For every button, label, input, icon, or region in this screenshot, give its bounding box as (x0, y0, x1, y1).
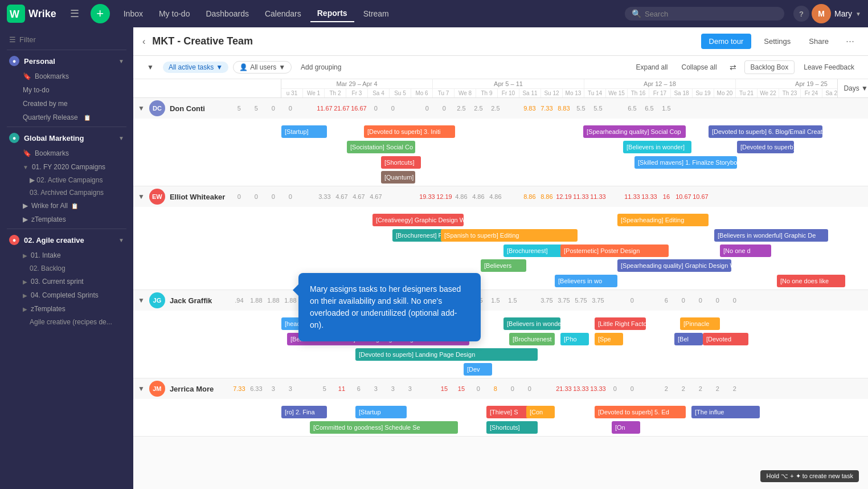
filter-button[interactable]: ▼ (142, 61, 158, 74)
task-bar[interactable]: [Pho (560, 333, 589, 345)
sidebar-item-ztemplates1[interactable]: ▶ zTemplates (0, 213, 133, 226)
task-bar[interactable]: [Con (526, 406, 555, 418)
filter-row[interactable]: ☰ Filter (0, 32, 133, 47)
task-bar[interactable]: [Spanish to superb] Editing (441, 229, 578, 242)
task-bar[interactable]: [Pinnacle (680, 317, 720, 330)
settings-button[interactable]: Settings (758, 34, 796, 49)
sidebar-item-bookmarks2[interactable]: 🔖 Bookmarks (0, 146, 133, 160)
sidebar-item-bookmarks1[interactable]: 🔖 Bookmarks (0, 70, 133, 83)
task-bar[interactable]: [Startup (355, 406, 407, 418)
task-bar[interactable]: [Shortcuts] (486, 421, 538, 434)
task-bar[interactable]: [Believers in wo (555, 275, 617, 287)
help-button[interactable]: ? (793, 6, 809, 22)
collapse-person-button[interactable]: ▼ (138, 193, 145, 201)
sidebar-item-backlog[interactable]: 02. Backlog (0, 262, 133, 275)
task-bar[interactable]: [Shortcuts] (381, 156, 421, 169)
task-bar[interactable]: [Devoted to superb] Landing Page Design (355, 348, 538, 361)
sidebar-item-ztemplates2[interactable]: ▶ zTemplates (0, 302, 133, 316)
sidebar-item-agile-creative[interactable]: ● 02. Agile creative ▼ (0, 231, 133, 248)
task-bar[interactable]: [Creativeegy] Graphic Design Work (372, 214, 464, 226)
hamburger-button[interactable]: ☰ (65, 5, 84, 22)
day-cell: We 15 (606, 89, 628, 97)
sidebar-item-quarterly-release[interactable]: Quarterly Release 📋 (0, 111, 133, 124)
task-bar[interactable]: [Brochurenest] (503, 244, 566, 257)
task-bar[interactable]: [Devoted (703, 333, 748, 345)
collapse-person-button[interactable]: ▼ (138, 296, 145, 304)
person-number: 10.67 (693, 193, 709, 200)
day-cell: We 1 (303, 89, 325, 97)
sidebar-item-intake[interactable]: ▶ 01. Intake (0, 248, 133, 262)
sidebar-item-mytodo[interactable]: My to-do (0, 83, 133, 97)
active-tasks-filter[interactable]: All active tasks ▼ (163, 62, 228, 73)
task-bar[interactable]: [Believers in wonder] (623, 141, 691, 153)
task-bar[interactable]: [Bel (674, 333, 703, 345)
more-button[interactable]: ··· (841, 33, 859, 50)
person-section: ▼EWElliot Whiteaker00003.334.674.674.671… (133, 186, 868, 290)
sidebar-item-active-campaigns[interactable]: ▶ 02. Active Campaigns (0, 174, 133, 186)
leave-feedback-button[interactable]: Leave Feedback (799, 61, 859, 74)
sidebar-item-archived-campaigns[interactable]: 03. Archived Campaigns (0, 186, 133, 199)
task-bar[interactable]: [Thieve] S (486, 406, 532, 418)
nav-dashboards[interactable]: Dashboards (199, 6, 256, 22)
task-bar[interactable]: [Devoted to superb] 5. Ed (595, 406, 686, 418)
share-button[interactable]: Share (803, 34, 834, 49)
sidebar-item-wrike-for-all[interactable]: ▶ Wrike for All 📋 (0, 199, 133, 213)
task-bar[interactable]: [Devoted to superb] S (737, 141, 794, 153)
backlog-box-button[interactable]: Backlog Box (744, 60, 795, 74)
task-bar[interactable]: [Skilled mavens] 1. Finalize Storyboard (634, 156, 737, 169)
task-bar[interactable]: [The influe (691, 406, 760, 418)
sidebar-item-fy2020[interactable]: ▼ 01. FY 2020 Campaigns (0, 160, 133, 174)
task-bar[interactable]: [Spearheading quality] Graphic Design Wo… (617, 259, 731, 272)
sidebar-item-global-marketing[interactable]: ● Global Marketing ▼ (0, 129, 133, 146)
task-bar[interactable]: [ro] 2. Fina (281, 406, 327, 418)
task-bar[interactable]: [On (612, 421, 640, 434)
task-bar[interactable]: [Little Right Factor] P (595, 317, 646, 330)
all-users-filter[interactable]: 👤 All users ▼ (233, 61, 292, 74)
demo-tour-button[interactable]: Demo tour (701, 34, 752, 49)
task-bar[interactable]: [Believers (481, 259, 526, 272)
task-bar[interactable]: [Dev (464, 363, 492, 376)
nav-stream[interactable]: Stream (357, 6, 396, 22)
task-bar[interactable]: [No one d (720, 244, 771, 257)
task-bar[interactable]: [Spearheading] Editing (617, 214, 709, 226)
collapse-all-button[interactable]: Collapse all (677, 61, 722, 74)
expand-all-button[interactable]: Expand all (631, 61, 672, 74)
person-number: 2.5 (488, 105, 503, 112)
sidebar-item-current-sprint[interactable]: ▶ 03. Current sprint (0, 275, 133, 288)
task-bar[interactable]: [Quantum] (381, 171, 415, 184)
nav-reports[interactable]: Reports (310, 5, 354, 22)
task-bar[interactable]: [Brochurenest (509, 333, 555, 345)
user-menu[interactable]: M Mary ▼ (812, 4, 861, 23)
chevron-icon-3: ▼ (118, 237, 124, 243)
collapse-person-button[interactable]: ▼ (138, 385, 145, 393)
gantt-area[interactable]: Mar 29 – Apr 4u 31We 1Th 2Fr 3Sa 4Su 5Mo… (133, 79, 868, 489)
add-button[interactable]: + (91, 4, 110, 23)
task-bar[interactable]: [Posternetic] Poster Design (560, 244, 669, 257)
sidebar-item-agile-recipes[interactable]: Agile creative (recipes de... (0, 316, 133, 328)
task-bar[interactable]: [Spe (595, 333, 623, 345)
nav-calendars[interactable]: Calendars (258, 6, 308, 22)
task-bar[interactable]: [Socistation] Social Co (347, 141, 415, 153)
task-bar[interactable]: [No one does like (777, 275, 845, 287)
back-button[interactable]: ‹ (142, 36, 145, 47)
nav-inbox[interactable]: Inbox (117, 6, 150, 22)
task-bar[interactable]: [Devoted to superb] 3. Initi (364, 125, 455, 138)
sidebar-item-completed-sprints[interactable]: ▶ 04. Completed Sprints (0, 288, 133, 302)
task-bar[interactable]: [Committed to goodness] Schedule Se (310, 421, 458, 434)
search-input[interactable] (645, 10, 759, 18)
tasks-area: [heading quality] Landing Page Design[De… (133, 311, 868, 378)
nav-mytodo[interactable]: My to-do (152, 6, 196, 22)
day-cell: Fr 3 (346, 89, 368, 97)
task-bar[interactable]: [Believers in wonder (503, 317, 560, 330)
task-bar[interactable]: [Believers in wonderful] Graphic De (714, 229, 828, 242)
task-bar[interactable]: [Startup] (281, 125, 327, 138)
days-selector[interactable]: Days ▼ (837, 79, 868, 97)
collapse-person-button[interactable]: ▼ (138, 104, 145, 112)
sidebar-item-personal[interactable]: ● Personal ▼ (0, 52, 133, 70)
sidebar-item-created-by-me[interactable]: Created by me (0, 97, 133, 111)
add-grouping-button[interactable]: Add grouping (296, 61, 346, 74)
filter-funnel-icon: ▼ (147, 63, 154, 71)
task-bar[interactable]: [Devoted to superb] 6. Blog/Email Creati… (709, 125, 822, 138)
task-bar[interactable]: [Spearheading quality] Social Cop (583, 125, 686, 138)
settings-icon-button[interactable]: ⇄ (726, 60, 740, 74)
